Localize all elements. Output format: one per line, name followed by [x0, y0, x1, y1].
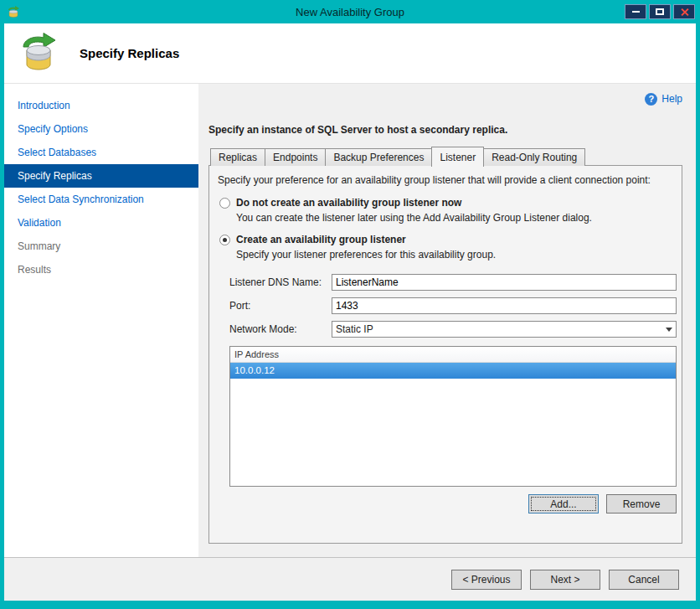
sidebar-item-specify-options[interactable]: Specify Options — [4, 117, 198, 141]
sidebar-item-results: Results — [4, 258, 198, 281]
close-button[interactable] — [673, 4, 695, 19]
sidebar-item-introduction[interactable]: Introduction — [4, 94, 198, 117]
table-buttons: Add... Remove — [218, 494, 677, 514]
maximize-icon — [656, 8, 664, 15]
dialog-body: Specify Replicas Introduction Specify Op… — [4, 23, 696, 601]
radio-no-listener-description: You can create the listener later using … — [236, 212, 677, 224]
tab-endpoints[interactable]: Endpoints — [265, 148, 326, 166]
minimize-button[interactable] — [625, 4, 646, 19]
radio-create-listener-label: Create an availability group listener — [236, 234, 406, 245]
previous-button[interactable]: < Previous — [451, 570, 522, 590]
minimize-icon — [632, 11, 640, 13]
radio-no-listener[interactable]: Do not create an availability group list… — [219, 197, 677, 209]
add-button[interactable]: Add... — [528, 494, 599, 514]
availability-group-icon — [19, 32, 58, 75]
dns-name-label: Listener DNS Name: — [229, 276, 332, 288]
listener-preference-text: Specify your preference for an availabil… — [218, 174, 677, 186]
table-row[interactable]: 10.0.0.12 — [230, 363, 676, 379]
chevron-down-icon — [661, 328, 676, 332]
ip-table-header: IP Address — [230, 347, 676, 363]
network-mode-value: Static IP — [332, 323, 661, 335]
dns-name-input[interactable] — [332, 274, 677, 291]
listener-tab-panel: Specify your preference for an availabil… — [208, 165, 682, 544]
tab-replicas[interactable]: Replicas — [210, 148, 265, 166]
titlebar: New Availability Group — [0, 0, 700, 23]
window-controls — [625, 4, 695, 19]
help-label[interactable]: Help — [661, 93, 682, 105]
listener-form: Listener DNS Name: Port: Network Mode: S… — [229, 274, 677, 344]
remove-button[interactable]: Remove — [606, 494, 677, 514]
radio-create-listener[interactable]: Create an availability group listener — [219, 234, 677, 245]
cancel-button[interactable]: Cancel — [609, 570, 679, 590]
tab-read-only-routing[interactable]: Read-Only Routing — [483, 148, 585, 166]
port-input[interactable] — [332, 297, 677, 314]
tab-backup-preferences[interactable]: Backup Preferences — [325, 148, 432, 166]
network-mode-label: Network Mode: — [229, 323, 332, 335]
next-button[interactable]: Next > — [530, 570, 600, 590]
app-icon — [7, 5, 20, 18]
network-mode-select[interactable]: Static IP — [332, 321, 677, 338]
close-icon — [680, 8, 689, 17]
wizard-footer: < Previous Next > Cancel — [4, 557, 696, 601]
radio-checked-icon — [219, 235, 230, 245]
help-icon — [645, 93, 657, 106]
wizard-steps-sidebar: Introduction Specify Options Select Data… — [4, 84, 198, 557]
sidebar-item-specify-replicas[interactable]: Specify Replicas — [4, 164, 198, 188]
maximize-button[interactable] — [649, 4, 671, 19]
help-link[interactable]: Help — [208, 92, 682, 106]
port-label: Port: — [229, 300, 332, 312]
tab-listener[interactable]: Listener — [431, 147, 484, 167]
window-title: New Availability Group — [0, 6, 700, 18]
sidebar-item-validation[interactable]: Validation — [4, 211, 198, 235]
window: New Availability Group Specify Replicas — [0, 0, 700, 609]
sidebar-item-summary: Summary — [4, 235, 198, 258]
sidebar-item-select-databases[interactable]: Select Databases — [4, 141, 198, 164]
ip-address-table[interactable]: IP Address 10.0.0.12 — [229, 346, 677, 487]
instruction-text: Specify an instance of SQL Server to hos… — [208, 124, 682, 136]
tab-bar: Replicas Endpoints Backup Preferences Li… — [208, 147, 682, 166]
radio-no-listener-label: Do not create an availability group list… — [236, 197, 461, 209]
sidebar-item-select-data-synchronization[interactable]: Select Data Synchronization — [4, 188, 198, 211]
radio-unchecked-icon — [219, 198, 230, 209]
radio-create-listener-description: Specify your listener preferences for th… — [236, 249, 677, 261]
page-title: Specify Replicas — [80, 46, 179, 60]
main-content: Help Specify an instance of SQL Server t… — [198, 84, 696, 557]
wizard-header: Specify Replicas — [4, 23, 696, 84]
